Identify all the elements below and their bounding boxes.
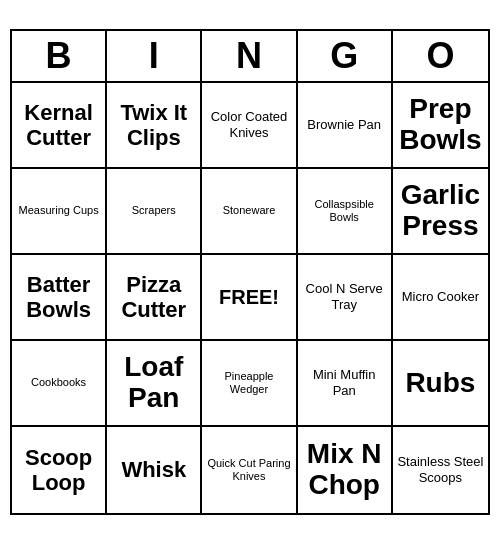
bingo-cell: Twix It Clips: [107, 83, 202, 169]
bingo-cell: Scoop Loop: [12, 427, 107, 513]
bingo-cell: Quick Cut Paring Knives: [202, 427, 297, 513]
bingo-cell: Cookbooks: [12, 341, 107, 427]
bingo-cell: Micro Cooker: [393, 255, 488, 341]
header-letter: G: [298, 31, 393, 81]
bingo-cell: Color Coated Knives: [202, 83, 297, 169]
bingo-cell: Cool N Serve Tray: [298, 255, 393, 341]
bingo-card: BINGO Kernal CutterTwix It ClipsColor Co…: [10, 29, 490, 515]
bingo-cell: Stoneware: [202, 169, 297, 255]
header-letter: I: [107, 31, 202, 81]
bingo-cell: Pizza Cutter: [107, 255, 202, 341]
bingo-cell: Garlic Press: [393, 169, 488, 255]
bingo-cell: Scrapers: [107, 169, 202, 255]
bingo-cell: Kernal Cutter: [12, 83, 107, 169]
header-letter: O: [393, 31, 488, 81]
bingo-cell: Measuring Cups: [12, 169, 107, 255]
bingo-cell: Collaspsible Bowls: [298, 169, 393, 255]
bingo-cell: Pineapple Wedger: [202, 341, 297, 427]
bingo-cell: Stainless Steel Scoops: [393, 427, 488, 513]
bingo-cell: Batter Bowls: [12, 255, 107, 341]
bingo-cell: Mini Muffin Pan: [298, 341, 393, 427]
bingo-cell: Mix N Chop: [298, 427, 393, 513]
bingo-cell: Whisk: [107, 427, 202, 513]
bingo-cell: FREE!: [202, 255, 297, 341]
bingo-cell: Loaf Pan: [107, 341, 202, 427]
bingo-header: BINGO: [12, 31, 488, 83]
bingo-cell: Brownie Pan: [298, 83, 393, 169]
header-letter: N: [202, 31, 297, 81]
bingo-grid: Kernal CutterTwix It ClipsColor Coated K…: [12, 83, 488, 513]
bingo-cell: Prep Bowls: [393, 83, 488, 169]
bingo-cell: Rubs: [393, 341, 488, 427]
header-letter: B: [12, 31, 107, 81]
